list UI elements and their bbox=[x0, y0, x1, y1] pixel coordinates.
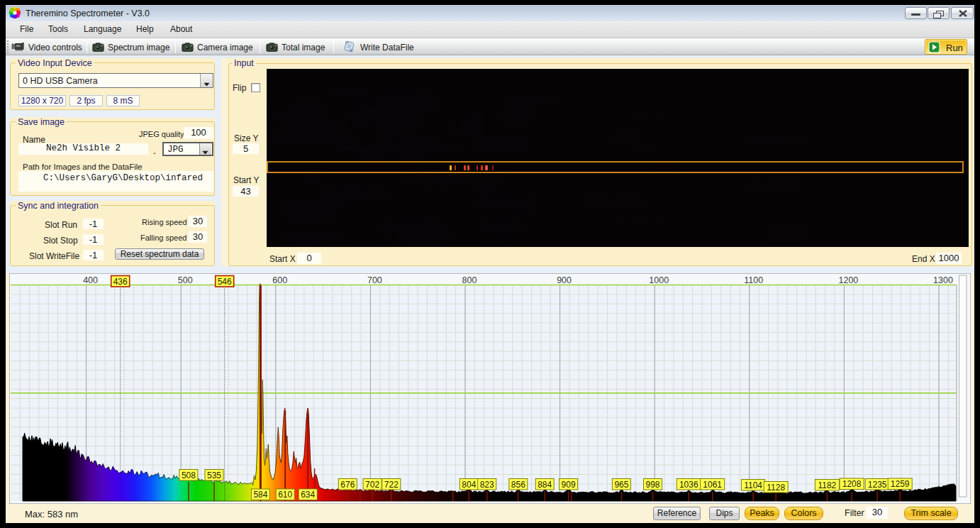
svg-text:1200: 1200 bbox=[838, 275, 858, 285]
svg-text:1128: 1128 bbox=[767, 483, 785, 493]
svg-text:965: 965 bbox=[614, 480, 628, 490]
svg-text:1100: 1100 bbox=[744, 275, 763, 285]
svg-text:998: 998 bbox=[645, 480, 659, 490]
svg-text:634: 634 bbox=[301, 490, 315, 500]
svg-text:1182: 1182 bbox=[818, 480, 836, 490]
svg-text:909: 909 bbox=[562, 480, 576, 490]
svg-text:436: 436 bbox=[113, 277, 128, 287]
svg-text:804: 804 bbox=[462, 480, 476, 490]
svg-text:500: 500 bbox=[178, 275, 193, 285]
svg-text:700: 700 bbox=[367, 275, 382, 285]
svg-text:676: 676 bbox=[340, 480, 355, 490]
svg-text:1300: 1300 bbox=[933, 275, 953, 285]
svg-text:1036: 1036 bbox=[679, 480, 698, 490]
svg-text:600: 600 bbox=[272, 275, 287, 285]
svg-text:884: 884 bbox=[538, 480, 552, 490]
svg-text:702: 702 bbox=[365, 480, 379, 490]
svg-text:508: 508 bbox=[182, 471, 196, 480]
svg-text:535: 535 bbox=[207, 471, 221, 480]
svg-text:823: 823 bbox=[480, 480, 494, 490]
svg-text:1104: 1104 bbox=[744, 480, 762, 490]
svg-text:1061: 1061 bbox=[703, 480, 722, 490]
svg-text:584: 584 bbox=[253, 490, 267, 500]
svg-text:610: 610 bbox=[278, 490, 292, 500]
svg-text:400: 400 bbox=[83, 275, 98, 285]
svg-text:1259: 1259 bbox=[891, 479, 910, 489]
svg-text:900: 900 bbox=[557, 275, 572, 285]
svg-text:1235: 1235 bbox=[868, 480, 887, 490]
svg-text:800: 800 bbox=[462, 275, 477, 285]
svg-text:546: 546 bbox=[218, 277, 232, 287]
svg-text:856: 856 bbox=[511, 480, 525, 490]
svg-text:1208: 1208 bbox=[842, 479, 862, 489]
svg-text:722: 722 bbox=[384, 480, 399, 490]
svg-text:1000: 1000 bbox=[649, 275, 669, 285]
